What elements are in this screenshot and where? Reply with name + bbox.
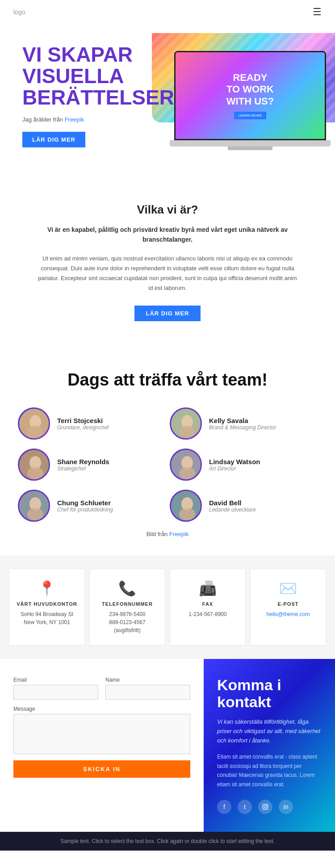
member-name: Terri Stojceski [57, 417, 109, 424]
svg-point-19 [264, 805, 267, 808]
member-info: Kelly Savala Brand & Messaging Director [209, 417, 276, 431]
footer: Sample text. Click to select the text bo… [0, 832, 335, 851]
member-info: Lindsay Watson Art Director [209, 458, 260, 472]
hamburger-icon[interactable]: ☰ [313, 6, 322, 18]
svg-point-8 [27, 467, 43, 479]
screen-cta-button[interactable]: LEARN MORE [234, 112, 267, 119]
contact-cards: 📍 VÅRT HUVUDKONTOR SoHo 94 Broadway StNe… [0, 555, 335, 659]
contact-card-detail: SoHo 94 Broadway StNew York, NY 1001 [17, 610, 77, 626]
twitter-icon[interactable]: t [238, 800, 252, 814]
contact-card-title: TELEFONNUMMER [97, 601, 158, 607]
contact-card: 📞 TELEFONNUMMER 234-9876-5400888-0123-45… [89, 569, 165, 646]
contact-card-text: 234-9876-5400888-0123-4567(avgiftsfritt) [109, 611, 145, 633]
member-info: David Bell Ledande utvecklare [209, 499, 256, 513]
contact-card: ✉️ E-POST hello@theme.com [250, 569, 326, 646]
team-member: Shane Reynolds Strategichef [18, 449, 165, 481]
who-learn-more-button[interactable]: LÄR DIG MER [134, 306, 201, 321]
member-role: Art Director [209, 465, 260, 472]
form-row-1: Email Name [13, 677, 190, 700]
freepik-link[interactable]: Freepik [65, 116, 84, 123]
contact-card-title: FAX [177, 601, 238, 607]
team-grid: Terri Stojceski Grundare, designchef Kel… [18, 407, 317, 522]
info-side: Komma i kontakt Vi kan säkerställa tillf… [204, 659, 335, 832]
member-name: Kelly Savala [209, 417, 276, 424]
svg-point-5 [179, 426, 195, 438]
contact-card-title: VÅRT HUVUDKONTOR [17, 601, 77, 607]
member-role: Chef för produktledning [57, 507, 113, 513]
who-bold-text: Vi är en kapabel, pålitlig och prisvärd … [36, 225, 299, 245]
svg-point-17 [179, 508, 195, 520]
contact-desc-text: Etiam sit amet convallis erat - class ap… [217, 752, 322, 789]
contact-card-title: E-POST [258, 601, 318, 607]
team-member: Terri Stojceski Grundare, designchef [18, 407, 165, 440]
contact-icon: 📞 [97, 580, 158, 597]
member-name: Shane Reynolds [57, 458, 109, 465]
member-role: Ledande utvecklare [209, 507, 256, 513]
contact-card: 📠 FAX 1-234-567-8900 [170, 569, 246, 646]
navbar: logo ☰ [0, 0, 335, 24]
linkedin-icon[interactable]: in [279, 800, 293, 814]
who-title: Vilka vi är? [36, 203, 299, 217]
member-info: Terri Stojceski Grundare, designchef [57, 417, 109, 431]
laptop-mockup: READY TO WORK WITH US? LEARN MORE [165, 51, 335, 158]
hero-section: VI SKAPAR VISUELLA BERÄTTELSER Jag åräld… [0, 24, 335, 176]
contact-icon: ✉️ [258, 580, 318, 597]
form-side: Email Name Message SKICKA IN [0, 659, 204, 832]
svg-rect-18 [263, 804, 268, 809]
team-member: Kelly Savala Brand & Messaging Director [170, 407, 317, 440]
message-label: Message [13, 706, 190, 712]
email-input[interactable] [13, 685, 98, 700]
hero-subtitle: Jag årälder från Freepik [22, 116, 147, 123]
hero-left: VI SKAPAR VISUELLA BERÄTTELSER Jag åräld… [22, 44, 147, 148]
hero-learn-more-button[interactable]: LÄR DIG MER [22, 132, 85, 147]
avatar [170, 407, 202, 440]
svg-point-11 [179, 467, 195, 479]
social-icons: f t in [217, 800, 322, 814]
contact-card-detail: 234-9876-5400888-0123-4567(avgiftsfritt) [97, 610, 158, 634]
avatar [18, 449, 50, 481]
laptop-base [170, 140, 331, 147]
contact-bottom: Email Name Message SKICKA IN Komma i kon… [0, 659, 335, 832]
team-section: Dags att träffa vårt team! Terri Stojces… [0, 348, 335, 555]
name-input[interactable] [105, 685, 190, 700]
facebook-icon[interactable]: f [217, 800, 231, 814]
footer-text: Sample text. Click to select the text bo… [60, 838, 275, 844]
avatar [170, 449, 202, 481]
member-name: David Bell [209, 499, 256, 507]
message-textarea[interactable] [13, 714, 190, 754]
email-label: Email [13, 677, 98, 683]
team-freepik-link[interactable]: Freepik [169, 531, 188, 537]
member-info: Chung Schlueter Chef för produktledning [57, 499, 113, 513]
name-label: Name [105, 677, 190, 683]
team-member: David Bell Ledande utvecklare [170, 490, 317, 522]
svg-point-20 [266, 805, 267, 806]
contact-email: hello@theme.com [267, 611, 310, 617]
member-role: Strategichef [57, 465, 109, 472]
team-credit: Bild från Freepik [18, 531, 317, 537]
contact-card-text: 1-234-567-8900 [188, 611, 226, 617]
contact-card-text: SoHo 94 Broadway StNew York, NY 1001 [21, 611, 73, 625]
logo: logo [13, 8, 25, 16]
contact-title: Komma i kontakt [217, 677, 322, 710]
hero-title: VI SKAPAR VISUELLA BERÄTTELSER [22, 44, 147, 109]
hero-image: READY TO WORK WITH US? LEARN MORE [147, 33, 335, 158]
team-member: Lindsay Watson Art Director [170, 449, 317, 481]
contact-card-detail: 1-234-567-8900 [177, 610, 238, 618]
member-role: Grundare, designchef [57, 424, 109, 431]
contact-icon: 📍 [17, 580, 77, 597]
member-role: Brand & Messaging Director [209, 424, 276, 431]
who-section: Vilka vi är? Vi är en kapabel, pålitlig … [0, 176, 335, 348]
instagram-icon[interactable] [258, 800, 272, 814]
member-info: Shane Reynolds Strategichef [57, 458, 109, 472]
who-body-text: Ut enim ad minim veniam, quis nostrud ex… [36, 254, 299, 293]
member-name: Chung Schlueter [57, 499, 113, 507]
svg-point-14 [27, 508, 43, 520]
contact-card: 📍 VÅRT HUVUDKONTOR SoHo 94 Broadway StNe… [9, 569, 85, 646]
avatar [18, 490, 50, 522]
screen-text: READY TO WORK WITH US? [226, 72, 274, 107]
laptop-stand [228, 147, 272, 150]
contact-italic-text: Vi kan säkerställa tillförlitlighet, låg… [217, 717, 322, 745]
submit-button[interactable]: SKICKA IN [13, 760, 190, 778]
avatar [18, 407, 50, 440]
team-title: Dags att träffa vårt team! [18, 370, 317, 390]
